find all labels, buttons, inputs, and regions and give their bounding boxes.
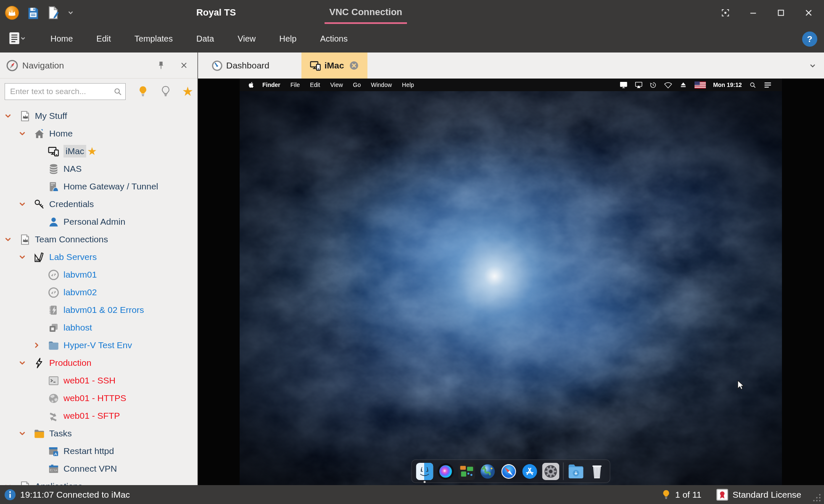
- us-flag-icon[interactable]: [695, 81, 706, 89]
- tree-item-personal-admin[interactable]: Personal Admin: [0, 213, 197, 231]
- tree-item-label: Applications: [35, 481, 82, 485]
- resize-grip[interactable]: [812, 493, 821, 502]
- tab-close-icon[interactable]: [349, 60, 359, 71]
- mission-control-icon[interactable]: [458, 463, 475, 480]
- tree-item-label: web01 - SFTP: [63, 411, 120, 421]
- globe-icon: [47, 392, 60, 404]
- downloads-folder-icon[interactable]: [568, 463, 585, 480]
- chevron-down-icon[interactable]: [18, 200, 33, 208]
- chevron-down-icon[interactable]: [18, 430, 33, 437]
- tree-item-labhost[interactable]: labhost: [0, 319, 197, 336]
- tree-item-my-stuff[interactable]: My Stuff: [0, 107, 197, 125]
- bulb-filled-icon[interactable]: [661, 489, 671, 500]
- tree-item-web01-ssh[interactable]: web01 - SSH: [0, 372, 197, 389]
- tab-dashboard[interactable]: Dashboard: [203, 52, 278, 79]
- menu-edit[interactable]: Edit: [85, 25, 122, 52]
- chevron-right-icon[interactable]: [33, 341, 47, 349]
- macos-menu-finder[interactable]: Finder: [257, 81, 285, 88]
- search-icon[interactable]: [113, 87, 122, 96]
- finder-icon[interactable]: [416, 463, 433, 480]
- tree-item-restart-httpd[interactable]: ARestart httpd: [0, 442, 197, 460]
- tree-item-hyper-v-test-env[interactable]: Hyper-V Test Env: [0, 336, 197, 354]
- macos-menu-bar: FinderFileEditViewGoWindowHelp Mon 19:12: [240, 79, 782, 91]
- minimize-icon[interactable]: [739, 0, 767, 25]
- tree-item-tasks[interactable]: Tasks: [0, 425, 197, 442]
- maximize-icon[interactable]: [767, 0, 795, 25]
- tab-label: iMac: [325, 60, 344, 71]
- status-message: 19:11:07 Connected to iMac: [20, 490, 130, 500]
- tree-item-lab-servers[interactable]: Lab Servers: [0, 248, 197, 266]
- display-icon[interactable]: [620, 81, 628, 89]
- search-input[interactable]: [5, 87, 113, 96]
- macos-menu-view[interactable]: View: [325, 81, 348, 88]
- tree-item-credentials[interactable]: Credentials: [0, 195, 197, 213]
- tree-item-nas[interactable]: NAS: [0, 160, 197, 178]
- menu-templates[interactable]: Templates: [123, 25, 185, 52]
- safari-icon[interactable]: [500, 463, 518, 480]
- tree-item-labvm02[interactable]: labvm02: [0, 284, 197, 301]
- tree-item-applications[interactable]: Applications: [0, 478, 197, 485]
- tree-item-label: Connect VPN: [63, 464, 117, 474]
- menu-home[interactable]: Home: [39, 25, 85, 52]
- menu-bar-clock[interactable]: Mon 19:12: [713, 81, 742, 88]
- dropdown-caret-icon[interactable]: [67, 9, 74, 16]
- new-document-icon[interactable]: [47, 6, 60, 19]
- macos-menu-window[interactable]: Window: [366, 81, 397, 88]
- chevron-down-icon[interactable]: [4, 236, 18, 243]
- airplay-icon[interactable]: [635, 81, 643, 89]
- tree-item-imac[interactable]: iMac★: [0, 142, 197, 160]
- chevron-down-icon[interactable]: [4, 112, 18, 120]
- chevron-down-icon[interactable]: [18, 359, 33, 367]
- system-preferences-icon[interactable]: [542, 463, 560, 480]
- menu-view[interactable]: View: [226, 25, 267, 52]
- network-globe-icon[interactable]: [479, 463, 497, 480]
- spotlight-icon[interactable]: [749, 81, 756, 89]
- eject-icon[interactable]: [679, 81, 687, 89]
- tab-overflow-chevron-icon[interactable]: [809, 62, 816, 71]
- tree-item-labvm01-02-errors[interactable]: labvm01 & 02 Errors: [0, 301, 197, 319]
- close-icon[interactable]: [180, 61, 188, 69]
- menu-data[interactable]: Data: [185, 25, 226, 52]
- trash-icon[interactable]: [589, 463, 606, 480]
- ribbon-menu: HomeEditTemplatesDataViewHelpActions: [39, 25, 359, 52]
- macos-menu-go[interactable]: Go: [348, 81, 366, 88]
- royal-ts-logo[interactable]: [4, 5, 20, 21]
- macos-menu-edit[interactable]: Edit: [305, 81, 325, 88]
- menu-actions[interactable]: Actions: [308, 25, 359, 52]
- tree-item-web01-https[interactable]: web01 - HTTPS: [0, 389, 197, 407]
- macos-menu-help[interactable]: Help: [397, 81, 419, 88]
- focus-mode-icon[interactable]: [711, 0, 739, 25]
- chevron-down-icon[interactable]: [18, 253, 33, 261]
- apple-icon[interactable]: [248, 81, 255, 89]
- tree-item-label: Restart httpd: [63, 446, 114, 456]
- favorite-star-icon[interactable]: ★: [182, 86, 193, 97]
- time-machine-icon[interactable]: [650, 81, 657, 89]
- tree-item-web01-sftp[interactable]: web01 - SFTP: [0, 407, 197, 425]
- bulb-outline-icon[interactable]: [160, 86, 171, 97]
- chevron-down-icon[interactable]: [18, 130, 33, 137]
- macos-menu-file[interactable]: File: [285, 81, 305, 88]
- pin-icon[interactable]: [157, 61, 165, 70]
- menu-help[interactable]: Help: [267, 25, 308, 52]
- menu-list-icon[interactable]: [763, 81, 772, 89]
- context-tab-title[interactable]: VNC Connection: [320, 0, 412, 24]
- help-button[interactable]: ?: [802, 32, 817, 47]
- remote-screen[interactable]: FinderFileEditViewGoWindowHelp Mon 19:12: [240, 79, 782, 485]
- wifi-icon[interactable]: [664, 81, 672, 89]
- svg-text:A: A: [54, 451, 57, 456]
- folder-blue-icon: [47, 339, 60, 352]
- bulb-filled-icon[interactable]: [137, 86, 148, 97]
- save-icon[interactable]: [26, 6, 40, 19]
- tab-imac[interactable]: iMac: [301, 52, 368, 79]
- tree-item-team-connections[interactable]: Team Connections: [0, 231, 197, 248]
- ribbon-toggle-icon[interactable]: [8, 31, 25, 46]
- tree-item-labvm01[interactable]: labvm01: [0, 266, 197, 284]
- window-close-icon[interactable]: [795, 0, 822, 25]
- tree-item-home-gateway-tunnel[interactable]: Home Gateway / Tunnel: [0, 178, 197, 195]
- tree-item-label: NAS: [63, 164, 82, 174]
- tree-item-home[interactable]: Home: [0, 125, 197, 142]
- app-store-icon[interactable]: [521, 463, 539, 480]
- tree-item-production[interactable]: Production: [0, 354, 197, 372]
- tree-item-connect-vpn[interactable]: C:\>Connect VPN: [0, 460, 197, 478]
- siri-icon[interactable]: [437, 463, 454, 480]
